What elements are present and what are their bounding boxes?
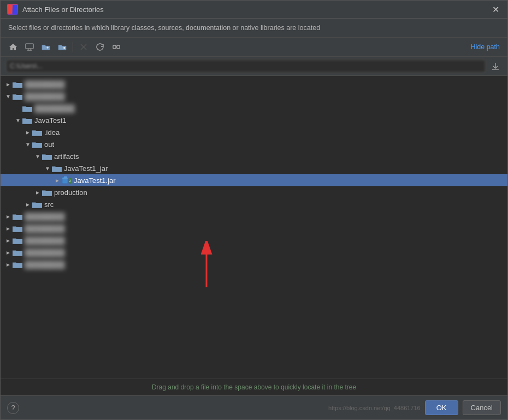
path-bar <box>1 57 507 76</box>
item-label-item7: ████████ <box>25 249 65 257</box>
tree-item-item4[interactable]: ► ████████ <box>1 210 507 222</box>
home-button[interactable] <box>6 40 20 54</box>
toggle-icon-item5: ► <box>4 224 13 233</box>
svg-rect-1 <box>13 5 17 14</box>
item-label-item3a: .idea <box>44 128 60 137</box>
item-label-item3b2: production <box>54 188 87 197</box>
folder-icon <box>32 200 42 208</box>
svg-rect-11 <box>113 45 116 49</box>
file-tree[interactable]: ► ████████▼ ████████ ████████▼ JavaTest1… <box>1 76 507 378</box>
svg-rect-2 <box>26 44 33 49</box>
tree-item-item3b[interactable]: ▼ out <box>1 138 507 150</box>
path-download-button[interactable] <box>489 60 502 73</box>
attach-files-dialog: Attach Files or Directories ✕ Select fil… <box>0 0 508 420</box>
toggle-icon-item2a <box>14 104 22 113</box>
toggle-icon-item3: ▼ <box>14 116 22 125</box>
toggle-icon-item3b: ▼ <box>23 140 32 149</box>
folder-icon <box>13 224 22 232</box>
footer: ? https://blog.csdn.net/qq_44861716 OK C… <box>1 395 507 419</box>
item-label-item6: ████████ <box>25 236 65 245</box>
item-label-item3b: out <box>44 140 54 149</box>
svg-text:+: + <box>46 45 49 50</box>
footer-left: ? <box>7 402 19 414</box>
item-label-item2: ████████ <box>25 92 65 100</box>
folder-icon <box>42 188 52 196</box>
tree-item-item5[interactable]: ► ████████ <box>1 222 507 234</box>
tree-item-item7[interactable]: ► ████████ <box>1 246 507 258</box>
help-button[interactable]: ? <box>7 402 19 414</box>
tree-item-item3a[interactable]: ► .idea <box>1 126 507 138</box>
folder-icon <box>13 261 22 268</box>
tree-item-item3c[interactable]: ► src <box>1 198 507 210</box>
new-folder-button[interactable]: + <box>39 40 53 54</box>
toggle-icon-item3b1: ▼ <box>33 152 42 161</box>
tree-item-item2a[interactable]: ████████ <box>1 102 507 114</box>
tree-item-item3[interactable]: ▼ JavaTest1 <box>1 114 507 126</box>
toolbar: + <box>1 38 507 57</box>
item-label-item3b1a1: JavaTest1.jar <box>74 176 116 185</box>
cancel-button[interactable]: Cancel <box>463 400 501 415</box>
drag-hint: Drag and drop a file into the space abov… <box>1 378 507 395</box>
dialog-title: Attach Files or Directories <box>22 5 104 14</box>
item-label-item2a: ████████ <box>34 104 75 113</box>
dialog-subtitle: Select files or directories in which lib… <box>1 19 507 38</box>
toggle-icon-item3b1a1: ► <box>53 176 62 185</box>
delete-button[interactable] <box>76 40 91 54</box>
tree-item-item2[interactable]: ▼ ████████ <box>1 90 507 102</box>
app-icon <box>7 4 18 15</box>
svg-rect-12 <box>117 45 120 49</box>
folder-icon <box>13 212 22 220</box>
svg-rect-17 <box>64 176 67 178</box>
item-label-item5: ████████ <box>25 224 65 233</box>
item-label-item3b1a: JavaTest1_jar <box>64 164 108 173</box>
svg-rect-0 <box>8 5 12 14</box>
folder-icon <box>13 236 22 244</box>
toggle-icon-item4: ► <box>4 212 13 221</box>
toggle-icon-item8: ► <box>4 260 13 269</box>
toolbar-buttons: + <box>6 40 123 54</box>
title-bar: Attach Files or Directories ✕ <box>1 1 507 19</box>
tree-item-item3b1a[interactable]: ▼ JavaTest1_jar <box>1 162 507 174</box>
new-folder-alt-button[interactable] <box>55 40 69 54</box>
ok-button[interactable]: OK <box>425 400 458 415</box>
toggle-icon-item2: ▼ <box>4 92 13 100</box>
toggle-icon-item3b2: ► <box>33 188 42 197</box>
folder-icon <box>13 249 22 256</box>
folder-icon <box>13 80 22 88</box>
link-button[interactable] <box>109 40 123 54</box>
close-button[interactable]: ✕ <box>490 4 501 15</box>
toggle-icon-item3b1a: ▼ <box>43 164 52 173</box>
toggle-icon-item6: ► <box>4 236 13 245</box>
item-label-item1: ████████ <box>25 80 65 88</box>
toggle-icon-item7: ► <box>4 248 13 257</box>
item-label-item4: ████████ <box>25 212 65 221</box>
title-bar-left: Attach Files or Directories <box>7 4 104 15</box>
item-label-item3: JavaTest1 <box>34 116 67 125</box>
toggle-icon-item3c: ► <box>23 200 32 209</box>
path-input[interactable] <box>6 60 486 73</box>
tree-item-item3b1a1[interactable]: ► J JavaTest1.jar <box>1 174 507 186</box>
hide-path-button[interactable]: Hide path <box>468 42 502 52</box>
toggle-icon-item1: ► <box>4 80 13 88</box>
toggle-icon-item3a: ► <box>23 128 32 137</box>
refresh-button[interactable] <box>93 40 107 54</box>
svg-text:J: J <box>69 179 71 182</box>
folder-icon <box>42 152 52 160</box>
folder-icon <box>13 92 22 100</box>
folder-icon <box>22 116 32 124</box>
jar-icon: J <box>62 176 72 184</box>
item-label-item3b1: artifacts <box>54 152 79 161</box>
tree-item-item6[interactable]: ► ████████ <box>1 234 507 246</box>
folder-icon <box>22 104 32 112</box>
footer-right: https://blog.csdn.net/qq_44861716 OK Can… <box>328 400 501 415</box>
tree-item-item3b2[interactable]: ► production <box>1 186 507 198</box>
folder-icon <box>32 128 42 136</box>
folder-icon <box>52 164 62 172</box>
tree-item-item8[interactable]: ► ████████ <box>1 258 507 270</box>
tree-item-item3b1[interactable]: ▼ artifacts <box>1 150 507 162</box>
item-label-item3c: src <box>44 200 54 209</box>
footer-url: https://blog.csdn.net/qq_44861716 <box>328 405 421 411</box>
tree-item-item1[interactable]: ► ████████ <box>1 78 507 90</box>
folder-icon <box>32 140 42 148</box>
desktop-button[interactable] <box>22 40 37 54</box>
